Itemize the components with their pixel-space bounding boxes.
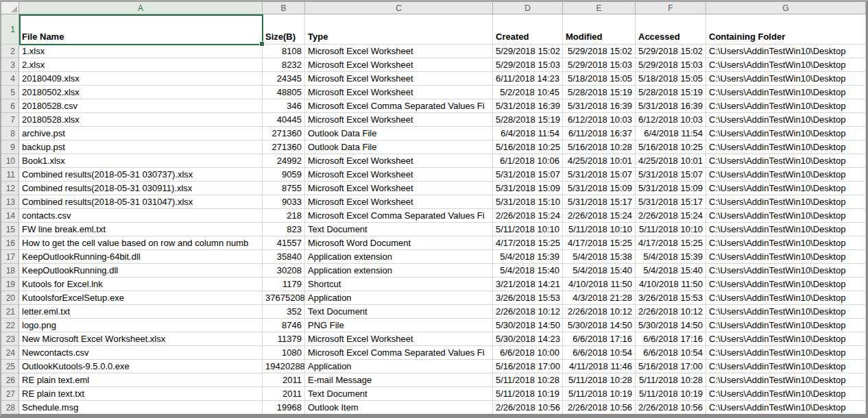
cell-A6[interactable]: 20180528.csv — [19, 99, 263, 113]
cell-B13[interactable]: 9033 — [263, 195, 305, 209]
cell-D5[interactable]: 5/2/2018 10:45 — [493, 86, 563, 99]
cell-G13[interactable]: C:\Users\AddinTestWin10\Desktop — [706, 195, 866, 209]
row-header-13[interactable]: 13 — [1, 195, 19, 209]
cell-C18[interactable]: Application extension — [305, 264, 493, 278]
cell-E22[interactable]: 5/30/2018 14:50 — [563, 319, 636, 332]
cell-B24[interactable]: 1080 — [263, 346, 305, 360]
row-header-3[interactable]: 3 — [1, 58, 19, 72]
cell-A12[interactable]: Combined results(2018-05-31 030911).xlsx — [19, 182, 263, 195]
cell-G27[interactable]: C:\Users\AddinTestWin10\Desktop — [706, 387, 866, 401]
row-header-14[interactable]: 14 — [1, 209, 19, 223]
cell-A19[interactable]: Kutools for Excel.lnk — [19, 278, 263, 291]
cell-E5[interactable]: 5/28/2018 15:19 — [563, 86, 636, 99]
cell-A2[interactable]: 1.xlsx — [19, 45, 263, 58]
cell-F11[interactable]: 5/31/2018 15:07 — [636, 168, 706, 182]
cell-D26[interactable]: 5/11/2018 10:28 — [493, 373, 563, 387]
row-header-21[interactable]: 21 — [1, 305, 19, 319]
cell-B11[interactable]: 9059 — [263, 168, 305, 182]
cell-D22[interactable]: 5/30/2018 14:50 — [493, 319, 563, 332]
cell-A26[interactable]: RE plain text.eml — [19, 373, 263, 387]
cell-B28[interactable]: 19968 — [263, 401, 305, 415]
column-header-E[interactable]: E — [563, 2, 636, 14]
cell-D3[interactable]: 5/29/2018 15:03 — [493, 58, 563, 72]
cell-B7[interactable]: 40445 — [263, 113, 305, 127]
cell-F13[interactable]: 5/31/2018 15:17 — [636, 195, 706, 209]
cell-G22[interactable]: C:\Users\AddinTestWin10\Desktop — [706, 319, 866, 332]
cell-A11[interactable]: Combined results(2018-05-31 030737).xlsx — [19, 168, 263, 182]
cell-E15[interactable]: 5/11/2018 10:10 — [563, 223, 636, 236]
cell-F20[interactable]: 3/26/2018 15:53 — [636, 291, 706, 305]
cell-E14[interactable]: 2/26/2018 15:24 — [563, 209, 636, 223]
cell-E9[interactable]: 5/16/2018 10:28 — [563, 140, 636, 154]
row-header-10[interactable]: 10 — [1, 154, 19, 168]
cell-F16[interactable]: 4/17/2018 15:25 — [636, 236, 706, 250]
cell-C5[interactable]: Microsoft Excel Worksheet — [305, 86, 493, 99]
cell-E7[interactable]: 6/12/2018 10:03 — [563, 113, 636, 127]
row-header-8[interactable]: 8 — [1, 127, 19, 140]
cell-F19[interactable]: 4/10/2018 11:50 — [636, 278, 706, 291]
cell-E10[interactable]: 4/25/2018 10:01 — [563, 154, 636, 168]
cell-B3[interactable]: 8232 — [263, 58, 305, 72]
cell-E4[interactable]: 5/18/2018 15:05 — [563, 72, 636, 86]
cell-D12[interactable]: 5/31/2018 15:09 — [493, 182, 563, 195]
column-header-G[interactable]: G — [706, 2, 866, 14]
cell-G26[interactable]: C:\Users\AddinTestWin10\Desktop — [706, 373, 866, 387]
cell-F17[interactable]: 5/4/2018 15:39 — [636, 250, 706, 264]
cell-A3[interactable]: 2.xlsx — [19, 58, 263, 72]
cell-D19[interactable]: 3/21/2018 14:21 — [493, 278, 563, 291]
row-header-20[interactable]: 20 — [1, 291, 19, 305]
cell-E24[interactable]: 6/6/2018 10:54 — [563, 346, 636, 360]
cell-E25[interactable]: 4/11/2018 11:46 — [563, 360, 636, 373]
cell-B14[interactable]: 218 — [263, 209, 305, 223]
cell-G28[interactable]: C:\Users\AddinTestWin10\Desktop — [706, 401, 866, 415]
cell-C10[interactable]: Microsoft Excel Worksheet — [305, 154, 493, 168]
cell-B6[interactable]: 346 — [263, 99, 305, 113]
cell-A27[interactable]: RE plain text.txt — [19, 387, 263, 401]
cell-D16[interactable]: 4/17/2018 15:25 — [493, 236, 563, 250]
cell-B17[interactable]: 35840 — [263, 250, 305, 264]
row-header-24[interactable]: 24 — [1, 346, 19, 360]
cell-B21[interactable]: 352 — [263, 305, 305, 319]
cell-C3[interactable]: Microsoft Excel Worksheet — [305, 58, 493, 72]
cell-E11[interactable]: 5/31/2018 15:07 — [563, 168, 636, 182]
cell-C27[interactable]: Text Document — [305, 387, 493, 401]
cell-C22[interactable]: PNG File — [305, 319, 493, 332]
cell-G21[interactable]: C:\Users\AddinTestWin10\Desktop — [706, 305, 866, 319]
cell-F23[interactable]: 6/6/2018 17:16 — [636, 332, 706, 346]
cell-F21[interactable]: 2/26/2018 10:12 — [636, 305, 706, 319]
cell-G3[interactable]: C:\Users\AddinTestWin10\Desktop — [706, 58, 866, 72]
cell-A24[interactable]: Newcontacts.csv — [19, 346, 263, 360]
row-header-1[interactable]: 1 — [1, 14, 19, 45]
cell-G24[interactable]: C:\Users\AddinTestWin10\Desktop — [706, 346, 866, 360]
row-header-18[interactable]: 18 — [1, 264, 19, 278]
cell-D14[interactable]: 2/26/2018 15:24 — [493, 209, 563, 223]
cell-E18[interactable]: 5/4/2018 15:40 — [563, 264, 636, 278]
column-header-B[interactable]: B — [263, 2, 305, 14]
cell-E3[interactable]: 5/29/2018 15:03 — [563, 58, 636, 72]
cell-F6[interactable]: 5/31/2018 16:39 — [636, 99, 706, 113]
cell-D21[interactable]: 2/26/2018 10:12 — [493, 305, 563, 319]
cell-F14[interactable]: 2/26/2018 15:24 — [636, 209, 706, 223]
cell-G25[interactable]: C:\Users\AddinTestWin10\Desktop — [706, 360, 866, 373]
cell-B4[interactable]: 24345 — [263, 72, 305, 86]
cell-F26[interactable]: 5/11/2018 10:28 — [636, 373, 706, 387]
cell-B1[interactable]: Size(B) — [263, 14, 305, 45]
cell-C19[interactable]: Shortcut — [305, 278, 493, 291]
cell-D4[interactable]: 6/11/2018 14:23 — [493, 72, 563, 86]
cell-A13[interactable]: Combined results(2018-05-31 031047).xlsx — [19, 195, 263, 209]
cell-B18[interactable]: 30208 — [263, 264, 305, 278]
column-header-D[interactable]: D — [493, 2, 563, 14]
cell-F4[interactable]: 5/18/2018 15:05 — [636, 72, 706, 86]
cell-D13[interactable]: 5/31/2018 15:10 — [493, 195, 563, 209]
cell-D1[interactable]: Created — [493, 14, 563, 45]
cell-E12[interactable]: 5/31/2018 15:09 — [563, 182, 636, 195]
cell-F5[interactable]: 5/28/2018 15:19 — [636, 86, 706, 99]
cell-C1[interactable]: Type — [305, 14, 493, 45]
cell-A9[interactable]: backup.pst — [19, 140, 263, 154]
cell-B10[interactable]: 24992 — [263, 154, 305, 168]
cell-D6[interactable]: 5/31/2018 16:39 — [493, 99, 563, 113]
row-header-22[interactable]: 22 — [1, 319, 19, 332]
cell-C28[interactable]: Outlook Item — [305, 401, 493, 415]
cell-C12[interactable]: Microsoft Excel Worksheet — [305, 182, 493, 195]
column-header-C[interactable]: C — [305, 2, 493, 14]
